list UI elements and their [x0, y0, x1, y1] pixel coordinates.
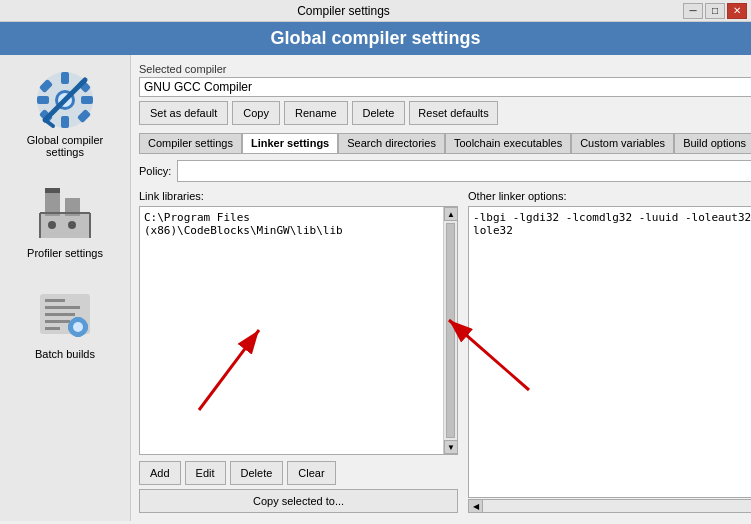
svg-rect-13 [40, 213, 90, 238]
compiler-select-wrap: GNU GCC Compiler ▼ [139, 77, 751, 97]
svg-rect-4 [37, 96, 49, 104]
sidebar-profiler-label: Profiler settings [27, 247, 103, 259]
delete-button[interactable]: Delete [352, 101, 406, 125]
set-default-button[interactable]: Set as default [139, 101, 228, 125]
right-hscroll-left[interactable]: ◀ [469, 500, 483, 512]
compiler-buttons-row: Set as default Copy Rename Delete Reset … [139, 101, 751, 125]
svg-point-17 [48, 221, 56, 229]
batch-icon [35, 284, 95, 344]
gear-blue-icon [35, 70, 95, 130]
minimize-button[interactable]: ─ [683, 3, 703, 19]
policy-row: Policy: ▼ [139, 160, 751, 182]
left-panel-label: Link libraries: [139, 190, 458, 202]
content-area: Global compiler settings Profiler settin… [0, 55, 751, 521]
title-bar: Compiler settings ─ □ ✕ [0, 0, 751, 22]
main-header: Global compiler settings [0, 22, 751, 55]
svg-rect-30 [75, 317, 81, 322]
tab-build-options[interactable]: Build options [674, 133, 751, 153]
svg-rect-16 [45, 188, 60, 193]
tab-custom-variables[interactable]: Custom variables [571, 133, 674, 153]
svg-rect-33 [83, 324, 88, 330]
left-panel-textarea-wrap: C:\Program Files (x86)\CodeBlocks\MinGW\… [139, 206, 458, 455]
copy-selected-wrap: Copy selected to... [139, 489, 458, 513]
sidebar: Global compiler settings Profiler settin… [0, 55, 131, 521]
left-panel: Link libraries: C:\Program Files (x86)\C… [139, 190, 458, 513]
left-panel-buttons: Add Edit Delete Clear [139, 461, 458, 485]
left-panel-scrollbar: ▲ ▼ [443, 207, 457, 454]
rename-button[interactable]: Rename [284, 101, 348, 125]
sidebar-item-global-compiler[interactable]: Global compiler settings [5, 65, 125, 163]
right-panel-label: Other linker options: [468, 190, 751, 202]
panels-container: Link libraries: C:\Program Files (x86)\C… [139, 190, 751, 513]
right-panel-content: -lbgi -lgdi32 -lcomdlg32 -luuid -loleaut… [469, 207, 751, 497]
svg-point-18 [68, 221, 76, 229]
svg-rect-27 [45, 327, 60, 330]
tabs-row: Compiler settings Linker settings Search… [139, 133, 751, 154]
compiler-select-value: GNU GCC Compiler [140, 78, 751, 96]
close-button[interactable]: ✕ [727, 3, 747, 19]
left-panel-content: C:\Program Files (x86)\CodeBlocks\MinGW\… [140, 207, 443, 454]
tab-linker-settings[interactable]: Linker settings [242, 133, 338, 154]
right-hscroll-track [483, 500, 751, 512]
tab-search-directories[interactable]: Search directories [338, 133, 445, 153]
copy-button[interactable]: Copy [232, 101, 280, 125]
maximize-button[interactable]: □ [705, 3, 725, 19]
svg-rect-32 [68, 324, 73, 330]
delete-lib-button[interactable]: Delete [230, 461, 284, 485]
svg-rect-25 [45, 313, 75, 316]
sidebar-batch-label: Batch builds [35, 348, 95, 360]
left-scroll-thumb[interactable] [446, 223, 455, 438]
svg-rect-31 [75, 332, 81, 337]
title-bar-text: Compiler settings [4, 4, 683, 18]
profiler-icon [35, 183, 95, 243]
svg-rect-26 [45, 320, 70, 323]
svg-point-29 [73, 322, 83, 332]
selected-compiler-label: Selected compiler [139, 63, 751, 75]
tab-toolchain-executables[interactable]: Toolchain executables [445, 133, 571, 153]
left-scroll-up[interactable]: ▲ [444, 207, 458, 221]
edit-button[interactable]: Edit [185, 461, 226, 485]
policy-label: Policy: [139, 165, 171, 177]
svg-rect-2 [61, 72, 69, 84]
svg-rect-3 [61, 116, 69, 128]
right-panel-hscrollbar: ◀ ▶ [468, 499, 751, 513]
title-bar-controls: ─ □ ✕ [683, 3, 747, 19]
clear-button[interactable]: Clear [287, 461, 335, 485]
svg-rect-23 [45, 299, 65, 302]
copy-selected-button[interactable]: Copy selected to... [139, 489, 458, 513]
tab-compiler-settings[interactable]: Compiler settings [139, 133, 242, 153]
sidebar-item-profiler[interactable]: Profiler settings [5, 178, 125, 264]
svg-rect-5 [81, 96, 93, 104]
svg-rect-24 [45, 306, 80, 309]
reset-defaults-button[interactable]: Reset defaults [409, 101, 497, 125]
left-scroll-down[interactable]: ▼ [444, 440, 458, 454]
right-panel: Selected compiler GNU GCC Compiler ▼ Set… [131, 55, 751, 521]
sidebar-global-compiler-label: Global compiler settings [10, 134, 120, 158]
right-linker-panel: Other linker options: -lbgi -lgdi32 -lco… [468, 190, 751, 513]
add-button[interactable]: Add [139, 461, 181, 485]
sidebar-item-batch[interactable]: Batch builds [5, 279, 125, 365]
right-panel-textarea-wrap: -lbgi -lgdi32 -lcomdlg32 -luuid -loleaut… [468, 206, 751, 498]
